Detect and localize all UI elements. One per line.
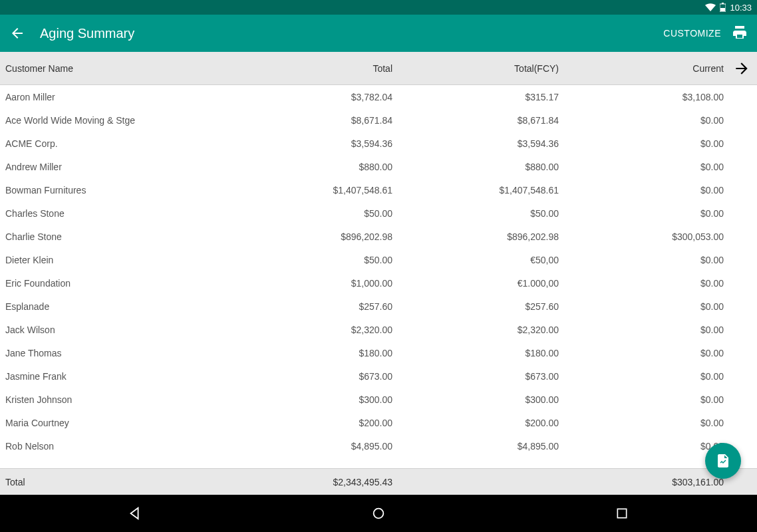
table-row[interactable]: Andrew Miller$880.00$880.00$0.00 bbox=[0, 155, 757, 178]
cell-fcy: $3,594.36 bbox=[392, 138, 559, 149]
table-row[interactable]: Dieter Klein$50.00€50,00$0.00 bbox=[0, 248, 757, 271]
cell-fcy: $50.00 bbox=[392, 208, 559, 219]
cell-total: $1,000.00 bbox=[200, 278, 392, 289]
header-total: Total bbox=[200, 63, 392, 74]
cell-name: Bowman Furnitures bbox=[0, 185, 200, 196]
cell-total: $1,407,548.61 bbox=[200, 185, 392, 196]
cell-name: Eric Foundation bbox=[0, 278, 200, 289]
cell-current: $0.00 bbox=[559, 301, 724, 312]
cell-current: $0.00 bbox=[559, 325, 724, 335]
cell-name: Andrew Miller bbox=[0, 162, 200, 172]
table-row[interactable]: Jane Thomas$180.00$180.00$0.00 bbox=[0, 341, 757, 364]
cell-current: $0.00 bbox=[559, 185, 724, 196]
cell-current: $0.00 bbox=[559, 115, 724, 126]
cell-current: $3,108.00 bbox=[559, 92, 724, 102]
table-row[interactable]: Charlie Stone$896,202.98$896,202.98$300,… bbox=[0, 225, 757, 248]
cell-current: $0.00 bbox=[559, 208, 724, 219]
cell-name: Charlie Stone bbox=[0, 231, 200, 242]
wifi-icon bbox=[705, 3, 716, 11]
table-row[interactable]: Eric Foundation$1,000.00€1.000,00$0.00 bbox=[0, 271, 757, 295]
header-customer-name: Customer Name bbox=[0, 63, 200, 74]
svg-rect-2 bbox=[720, 8, 725, 11]
cell-fcy: $4,895.00 bbox=[392, 441, 559, 452]
table-row[interactable]: Kristen Johnson$300.00$300.00$0.00 bbox=[0, 388, 757, 411]
cell-name: Jasmine Frank bbox=[0, 371, 200, 382]
svg-point-3 bbox=[374, 509, 384, 519]
table-row[interactable]: ACME Corp.$3,594.36$3,594.36$0.00 bbox=[0, 132, 757, 155]
cell-name: Kristen Johnson bbox=[0, 394, 200, 405]
cell-total: $50.00 bbox=[200, 208, 392, 219]
android-nav-bar bbox=[0, 495, 757, 532]
cell-fcy: $896,202.98 bbox=[392, 231, 559, 242]
cell-total: $8,671.84 bbox=[200, 115, 392, 126]
export-pdf-fab[interactable] bbox=[705, 443, 741, 479]
table-row[interactable]: Jasmine Frank$673.00$673.00$0.00 bbox=[0, 364, 757, 388]
back-button[interactable] bbox=[9, 25, 25, 41]
customize-button[interactable]: CUSTOMIZE bbox=[663, 28, 721, 39]
cell-current: $0.00 bbox=[559, 418, 724, 428]
cell-current: $0.00 bbox=[559, 371, 724, 382]
cell-name: Ace World Wide Moving & Stge bbox=[0, 115, 200, 126]
cell-fcy: $1,407,548.61 bbox=[392, 185, 559, 196]
cell-total: $4,895.00 bbox=[200, 441, 392, 452]
table-row[interactable]: Charles Stone$50.00$50.00$0.00 bbox=[0, 201, 757, 225]
cell-current: $0.00 bbox=[559, 394, 724, 405]
table-body[interactable]: Aaron Miller$3,782.04$315.17$3,108.00Ace… bbox=[0, 85, 757, 495]
cell-current: $0.00 bbox=[559, 348, 724, 358]
table-row[interactable]: Bowman Furnitures$1,407,548.61$1,407,548… bbox=[0, 178, 757, 201]
cell-total: $200.00 bbox=[200, 418, 392, 428]
status-bar: 10:33 bbox=[0, 0, 757, 15]
cell-fcy: $673.00 bbox=[392, 371, 559, 382]
cell-current: $0.00 bbox=[559, 441, 724, 452]
cell-total: $3,594.36 bbox=[200, 138, 392, 149]
table-footer: Total $2,343,495.43 $303,161.00 bbox=[0, 468, 757, 495]
cell-current: $300,053.00 bbox=[559, 231, 724, 242]
status-time: 10:33 bbox=[730, 3, 752, 13]
cell-total: $257.60 bbox=[200, 301, 392, 312]
cell-total: $673.00 bbox=[200, 371, 392, 382]
cell-fcy: $315.17 bbox=[392, 92, 559, 102]
nav-home-button[interactable] bbox=[369, 503, 388, 523]
footer-total: $2,343,495.43 bbox=[200, 477, 392, 487]
table-row[interactable]: Maria Courtney$200.00$200.00$0.00 bbox=[0, 411, 757, 434]
table-row[interactable]: Esplanade$257.60$257.60$0.00 bbox=[0, 295, 757, 318]
cell-total: $2,320.00 bbox=[200, 325, 392, 335]
nav-back-button[interactable] bbox=[125, 503, 145, 523]
cell-fcy: €50,00 bbox=[392, 255, 559, 265]
header-current: Current bbox=[559, 63, 724, 74]
cell-total: $3,782.04 bbox=[200, 92, 392, 102]
scroll-right-button[interactable] bbox=[733, 60, 750, 79]
app-bar: Aging Summary CUSTOMIZE bbox=[0, 15, 757, 52]
cell-total: $50.00 bbox=[200, 255, 392, 265]
cell-name: Esplanade bbox=[0, 301, 200, 312]
table-row[interactable]: Aaron Miller$3,782.04$315.17$3,108.00 bbox=[0, 85, 757, 108]
battery-icon bbox=[720, 3, 726, 12]
cell-total: $180.00 bbox=[200, 348, 392, 358]
table-row[interactable]: Jack Wilson$2,320.00$2,320.00$0.00 bbox=[0, 318, 757, 341]
cell-name: Maria Courtney bbox=[0, 418, 200, 428]
table-header: Customer Name Total Total(FCY) Current bbox=[0, 52, 757, 85]
cell-total: $896,202.98 bbox=[200, 231, 392, 242]
cell-fcy: $880.00 bbox=[392, 162, 559, 172]
cell-fcy: €1.000,00 bbox=[392, 278, 559, 289]
cell-fcy: $180.00 bbox=[392, 348, 559, 358]
cell-total: $880.00 bbox=[200, 162, 392, 172]
cell-name: Rob Nelson bbox=[0, 441, 200, 452]
cell-current: $0.00 bbox=[559, 255, 724, 265]
print-button[interactable] bbox=[732, 25, 748, 41]
cell-fcy: $2,320.00 bbox=[392, 325, 559, 335]
cell-name: ACME Corp. bbox=[0, 138, 200, 149]
table-row[interactable]: Ace World Wide Moving & Stge$8,671.84$8,… bbox=[0, 108, 757, 132]
page-title: Aging Summary bbox=[40, 26, 663, 41]
nav-recent-button[interactable] bbox=[612, 503, 632, 523]
footer-current: $303,161.00 bbox=[559, 477, 724, 487]
cell-fcy: $8,671.84 bbox=[392, 115, 559, 126]
cell-name: Jane Thomas bbox=[0, 348, 200, 358]
table-row[interactable]: Rob Nelson$4,895.00$4,895.00$0.00 bbox=[0, 434, 757, 458]
cell-fcy: $200.00 bbox=[392, 418, 559, 428]
cell-fcy: $257.60 bbox=[392, 301, 559, 312]
aging-table: Customer Name Total Total(FCY) Current A… bbox=[0, 52, 757, 495]
cell-name: Dieter Klein bbox=[0, 255, 200, 265]
cell-current: $0.00 bbox=[559, 278, 724, 289]
svg-rect-4 bbox=[617, 509, 626, 517]
